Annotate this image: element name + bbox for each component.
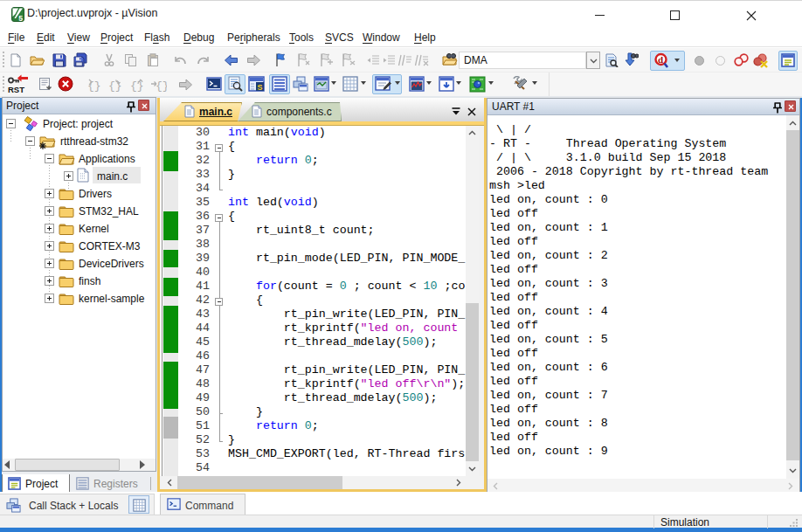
svg-text:d: d	[658, 54, 663, 65]
svg-text:{}: {}	[156, 79, 167, 92]
svg-text:RST: RST	[8, 85, 24, 93]
svg-text:{}: {}	[108, 79, 122, 92]
svg-text:S: S	[258, 83, 263, 92]
svg-text:{}: {}	[87, 79, 100, 92]
svg-text:5: 5	[18, 14, 23, 23]
